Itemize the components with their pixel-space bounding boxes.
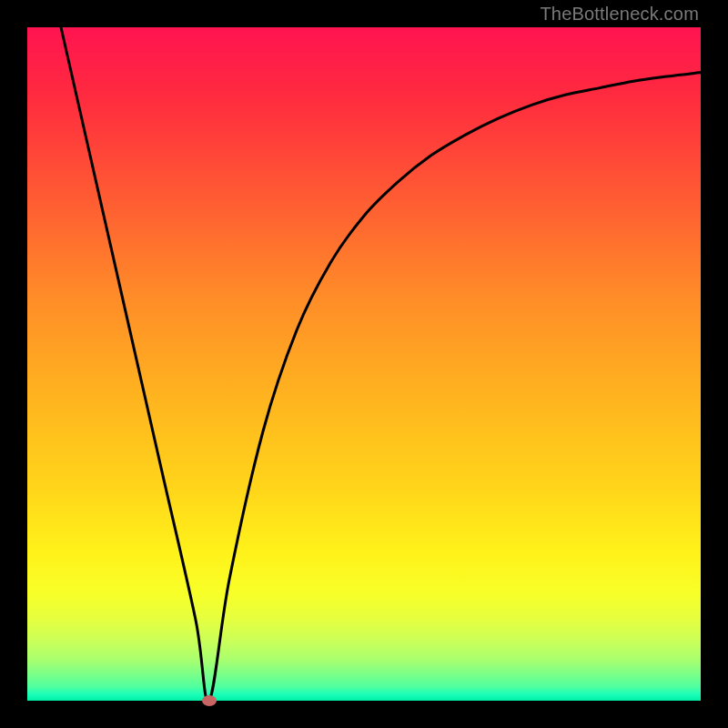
plot-area — [27, 27, 701, 701]
watermark-text: TheBottleneck.com — [540, 4, 699, 25]
optimal-point-marker — [202, 695, 217, 706]
bottleneck-curve — [61, 27, 701, 702]
curve-svg — [27, 27, 701, 701]
chart-frame: TheBottleneck.com — [0, 0, 728, 728]
